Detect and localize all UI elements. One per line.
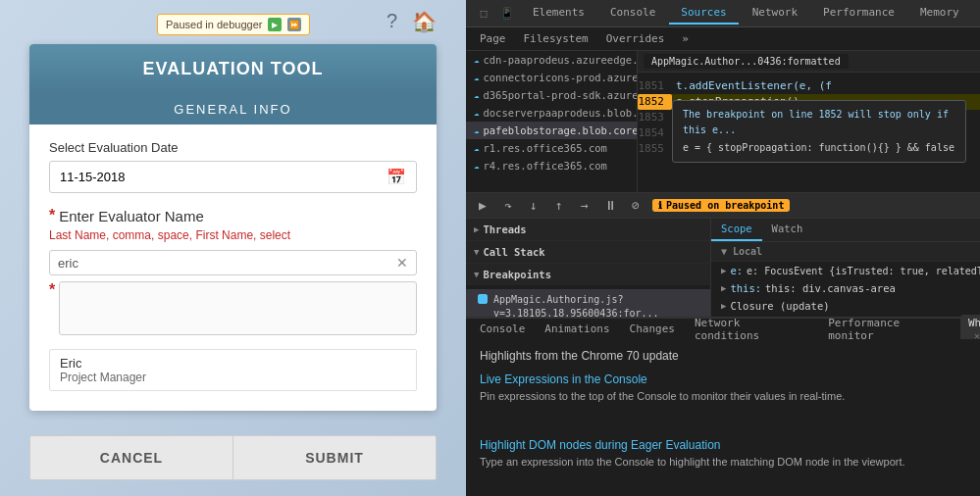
result-role: Project Manager (60, 371, 406, 384)
tab-sources[interactable]: Sources (669, 2, 738, 25)
bp-checkbox[interactable] (478, 294, 488, 304)
date-input[interactable] (60, 170, 387, 184)
breakpoint-item[interactable]: AppMagic.Authoring.js?v=3.18105.18.95600… (466, 289, 710, 317)
file-name-docserver: docserverpaaprodeus.blob.core.winc... (483, 107, 637, 119)
file-item-r4[interactable]: ☁ r4.res.office365.com (466, 157, 637, 174)
bottom-tab-console[interactable]: Console (472, 321, 533, 337)
debugger-banner-text: Paused in debugger (166, 19, 262, 30)
threads-section: ▶ Threads (466, 219, 710, 241)
tab-performance[interactable]: Performance (811, 2, 906, 25)
feature-item-highlight-dom: Highlight DOM nodes during Eager Evaluat… (480, 438, 980, 492)
paused-label: ℹ Paused on breakpoint (652, 199, 790, 212)
breakpoints-label: Breakpoints (483, 269, 551, 280)
bottom-tab-changes[interactable]: Changes (622, 321, 683, 337)
code-line-1851: 1851 t.addEventListener(e, (f (638, 78, 980, 94)
cloud-icon-6: ☁ (474, 143, 479, 153)
file-item-cdn[interactable]: ☁ cdn-paaprodeus.azureedge.net (466, 51, 637, 69)
search-input[interactable] (58, 256, 396, 271)
breakpoints-section: ▼ Breakpoints AppMagic.Authoring.js?v=3.… (466, 264, 710, 317)
evaluator-textarea[interactable] (59, 281, 417, 335)
required-field-row: * (49, 281, 417, 343)
form-subheader: GENERAL INFO (29, 94, 437, 124)
device-icon[interactable]: 📱 (497, 4, 517, 24)
file-item-d365[interactable]: ☁ d365portal-prod-sdk.azureedge.net (466, 86, 637, 104)
tab-memory[interactable]: Memory (908, 2, 971, 25)
cancel-button[interactable]: CANCEL (30, 436, 233, 479)
app-background: Paused in debugger ▶ ⏩ ? 🏠 EVALUATION TO… (0, 0, 466, 496)
step-into-btn[interactable]: ↓ (525, 197, 542, 215)
breakpoints-header[interactable]: ▼ Breakpoints (466, 264, 710, 285)
question-icon[interactable]: ? (387, 10, 397, 33)
middle-section: ▶ Threads ▼ Call Stack ▼ Breakpoints (466, 219, 980, 318)
debugger-banner: Paused in debugger ▶ ⏩ (157, 14, 310, 35)
feature-text-highlight: Highlight DOM nodes during Eager Evaluat… (480, 438, 969, 470)
tab-elements[interactable]: Elements (521, 2, 596, 25)
clear-button[interactable]: ✕ (396, 255, 408, 271)
submit-button[interactable]: SUBMIT (233, 436, 436, 479)
tab-console[interactable]: Console (598, 2, 667, 25)
form-card: EVALUATION TOOL GENERAL INFO Select Eval… (29, 44, 437, 411)
step-btn[interactable]: → (576, 197, 593, 215)
feature-item-live-expressions: Live Expressions in the Console Pin expr… (480, 372, 980, 426)
scope-this-arrow: ▶ (721, 283, 726, 293)
form-subtitle: GENERAL INFO (37, 102, 429, 117)
scope-tab-watch[interactable]: Watch (762, 219, 813, 241)
bottom-tab-animations[interactable]: Animations (537, 321, 617, 337)
inspect-icon[interactable]: ⬚ (474, 4, 493, 24)
file-name-r1: r1.res.office365.com (483, 142, 606, 154)
callstack-label: Call Stack (483, 246, 544, 258)
calendar-icon[interactable]: 📅 (387, 168, 406, 186)
devtools-panel: ⬚ 📱 Elements Console Sources Network Per… (466, 0, 980, 496)
app-icon-row: ? 🏠 (387, 10, 437, 33)
app-panel: Paused in debugger ▶ ⏩ ? 🏠 EVALUATION TO… (0, 0, 466, 496)
code-file-tab[interactable]: AppMagic.Author...0436:formatted (644, 54, 849, 69)
threads-header[interactable]: ▶ Threads (466, 219, 710, 240)
scope-e-value: e: FocusEvent {isTrusted: true, relatedT… (747, 266, 980, 276)
scope-e-item[interactable]: ▶ e: e: FocusEvent {isTrusted: true, rel… (711, 262, 980, 279)
file-item-r1[interactable]: ☁ r1.res.office365.com (466, 139, 637, 157)
feature-title-live[interactable]: Live Expressions in the Console (480, 372, 969, 386)
play-button[interactable]: ▶ (268, 18, 282, 31)
cloud-icon: ☁ (474, 55, 479, 65)
step-over-btn[interactable]: ↷ (499, 197, 517, 215)
pause-exception-btn[interactable]: ⏸ (601, 197, 619, 215)
date-field[interactable]: 📅 (49, 161, 417, 193)
subtab-more[interactable]: » (674, 29, 696, 48)
file-item-docserver[interactable]: ☁ docserverpaaprodeus.blob.core.winc... (466, 104, 637, 122)
scope-tab-scope[interactable]: Scope (711, 219, 762, 241)
code-content: The breakpoint on line 1852 will stop on… (638, 73, 980, 159)
tab-network[interactable]: Network (741, 2, 809, 25)
result-item[interactable]: Eric Project Manager (49, 349, 417, 391)
file-name-r4: r4.res.office365.com (483, 160, 606, 172)
code-view: AppMagic.Author...0436:formatted The bre… (638, 51, 980, 192)
search-row[interactable]: ✕ (49, 250, 417, 275)
step-out-btn[interactable]: ↑ (550, 197, 568, 215)
required-label-row: * Enter Evaluator Name (49, 207, 417, 224)
file-item-pafeb[interactable]: ☁ pafeblobstorage.blob.core.windows.n... (466, 122, 637, 139)
scope-tabs: Scope Watch (711, 219, 980, 242)
home-icon[interactable]: 🏠 (412, 10, 437, 33)
callstack-header[interactable]: ▼ Call Stack (466, 241, 710, 263)
scope-this-key: this: (730, 282, 761, 294)
breakpoint-tooltip: The breakpoint on line 1852 will stop on… (672, 100, 966, 163)
cloud-icon-3: ☁ (474, 90, 479, 100)
bp-file: AppMagic.Authoring.js?v=3.18105.18.95600… (493, 293, 698, 317)
scope-this-item[interactable]: ▶ this: this: div.canvas-area (711, 279, 980, 297)
feature-title-highlight[interactable]: Highlight DOM nodes during Eager Evaluat… (480, 438, 969, 452)
debugger-controls: ▶ ↷ ↓ ↑ → ⏸ ⊘ ℹ Paused on breakpoint (466, 193, 980, 219)
resume-btn[interactable]: ▶ (474, 197, 491, 215)
subtab-filesystem[interactable]: Filesystem (516, 29, 596, 48)
breakpoints-panel: ▶ Threads ▼ Call Stack ▼ Breakpoints (466, 219, 711, 317)
subtab-overrides[interactable]: Overrides (598, 29, 673, 48)
feature-text-live: Live Expressions in the Console Pin expr… (480, 372, 969, 404)
file-item-connector[interactable]: ☁ connectoricons-prod.azureedge.net (466, 69, 637, 86)
scope-closure-update-item[interactable]: ▶ Closure (update) (711, 297, 980, 315)
line-num-1854: 1854 (638, 125, 672, 141)
scope-e-arrow: ▶ (721, 266, 726, 275)
feature-desc-highlight: Type an expression into the Console to h… (480, 455, 969, 470)
subtab-page[interactable]: Page (472, 29, 514, 48)
tab-more[interactable]: » (973, 2, 980, 25)
deactivate-btn[interactable]: ⊘ (627, 197, 645, 215)
step-button[interactable]: ⏩ (287, 18, 301, 31)
threads-label: Threads (483, 223, 526, 235)
